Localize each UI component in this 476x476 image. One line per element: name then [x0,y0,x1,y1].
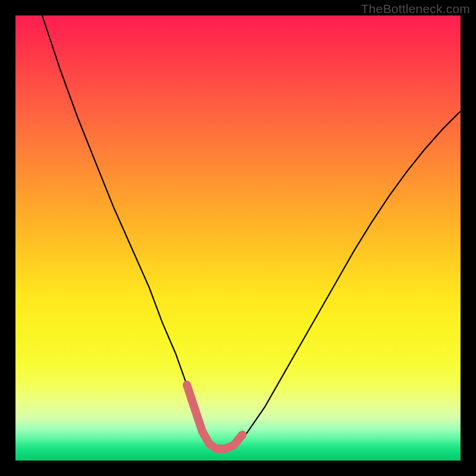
chart-svg [15,15,461,461]
plot-area [15,15,461,461]
watermark-text: TheBottleneck.com [361,2,470,16]
chart-frame: TheBottleneck.com [0,0,476,476]
bottleneck-curve [42,15,461,449]
optimal-range-marker [187,385,243,449]
